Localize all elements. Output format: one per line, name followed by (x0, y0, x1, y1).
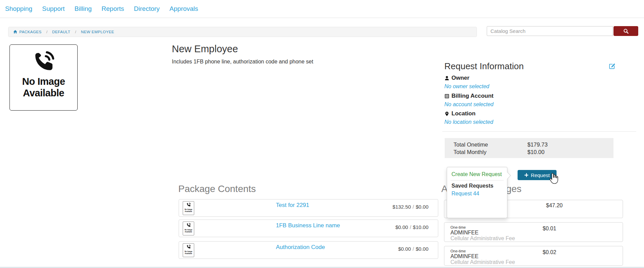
package-description: Includes 1FB phone line, authorization c… (172, 59, 313, 65)
divider (450, 180, 504, 180)
fee-amount: $0.02 (543, 249, 556, 255)
page-bottom-divider (0, 267, 644, 268)
saved-request-item[interactable]: Request 44 (451, 191, 503, 197)
location-marker-icon (444, 111, 449, 116)
fee-frequency: One-time (450, 225, 466, 229)
plus-icon (524, 173, 528, 177)
package-contents-title: Package Contents (178, 184, 256, 194)
total-onetime-label: Total Onetime (454, 141, 527, 148)
product-image-placeholder: No Image Available (9, 44, 78, 111)
package-item-link[interactable]: Test for 2291 (276, 202, 309, 209)
breadcrumb: PACKAGES / DEFAULT / NEW EMPLOYEE (8, 27, 477, 37)
fee-amount: $0.01 (543, 226, 556, 232)
breadcrumb-packages[interactable]: PACKAGES (19, 30, 42, 34)
edit-icon[interactable] (608, 62, 616, 70)
item-thumbnail: No ImageAvailable (183, 222, 194, 235)
location-label: Location (444, 110, 476, 117)
item-thumbnail: No ImageAvailable (183, 201, 194, 215)
fee-code: ADMINFEE (450, 253, 479, 260)
nav-support[interactable]: Support (42, 5, 65, 13)
total-onetime-value: $179.73 (527, 141, 613, 148)
total-monthly-label: Total Monthly (454, 148, 527, 156)
package-item-link[interactable]: 1FB Business Line name (276, 222, 340, 229)
fee-description: Cellular Administrative Fee (450, 259, 515, 265)
nav-directory[interactable]: Directory (134, 5, 160, 13)
fee-amount: $47.20 (546, 203, 563, 209)
phone-volume-icon (186, 223, 191, 227)
catalog-search-input[interactable] (487, 26, 613, 36)
search-icon (623, 28, 629, 34)
phone-volume-icon (33, 51, 55, 73)
fee-frequency: One-time (450, 249, 466, 253)
dropdown-notch (504, 172, 511, 179)
nav-billing[interactable]: Billing (75, 5, 92, 13)
item-price: $0.00/$0.00 (398, 246, 428, 252)
fee-card: One-time ADMINFEE Cellular Administrativ… (444, 246, 623, 266)
saved-requests-header: Saved Requests (451, 183, 503, 189)
package-item-row[interactable]: No ImageAvailable 1FB Business Line name… (179, 219, 438, 237)
billing-grid-icon (444, 94, 449, 99)
billing-account-value[interactable]: No account selected (444, 101, 494, 108)
home-icon (13, 30, 17, 34)
total-monthly-value: $10.00 (527, 148, 613, 156)
item-thumbnail: No ImageAvailable (183, 243, 194, 257)
location-value[interactable]: No location selected (444, 119, 493, 125)
package-item-link[interactable]: Authorization Code (276, 244, 325, 251)
breadcrumb-new-employee[interactable]: NEW EMPLOYEE (81, 30, 114, 34)
totals-summary: Total Onetime $179.73 Total Monthly $10.… (445, 138, 613, 158)
no-image-text: No Image Available (10, 76, 77, 99)
phone-volume-icon (186, 203, 191, 207)
request-information-panel: Request Information Owner No owner selec… (444, 61, 630, 72)
divider (442, 131, 636, 132)
user-icon (444, 76, 449, 81)
breadcrumb-default[interactable]: DEFAULT (52, 30, 71, 34)
breadcrumb-separator: / (46, 30, 47, 34)
catalog-search-button[interactable] (613, 26, 638, 36)
owner-value[interactable]: No owner selected (444, 83, 489, 90)
nav-approvals[interactable]: Approvals (169, 5, 198, 13)
package-contents-list: No ImageAvailable Test for 2291 $132.50/… (179, 199, 438, 259)
fee-description: Cellular Administrative Fee (450, 235, 515, 242)
request-information-title: Request Information (444, 61, 630, 72)
package-item-row[interactable]: No ImageAvailable Test for 2291 $132.50/… (179, 199, 438, 217)
top-nav: Shopping Support Billing Reports Directo… (0, 0, 644, 18)
request-dropdown-menu: Create New Request Saved Requests Reques… (447, 167, 507, 218)
item-price: $132.50/$0.00 (393, 204, 428, 210)
catalog-package-page: Shopping Support Billing Reports Directo… (0, 0, 644, 268)
fee-code: ADMINFEE (450, 230, 479, 236)
request-button[interactable]: Request (518, 170, 557, 180)
nav-reports[interactable]: Reports (102, 5, 124, 13)
page-title: New Employee (172, 43, 238, 55)
owner-label: Owner (444, 75, 469, 81)
phone-volume-icon (186, 245, 191, 249)
nav-shopping[interactable]: Shopping (5, 5, 32, 13)
fee-card: One-time ADMINFEE Cellular Administrativ… (444, 222, 623, 242)
package-item-row[interactable]: No ImageAvailable Authorization Code $0.… (179, 241, 438, 259)
breadcrumb-separator: / (75, 30, 76, 34)
billing-account-label: Billing Account (444, 93, 494, 99)
item-price: $0.00/$10.00 (395, 224, 428, 230)
create-new-request-item[interactable]: Create New Request (451, 171, 503, 177)
